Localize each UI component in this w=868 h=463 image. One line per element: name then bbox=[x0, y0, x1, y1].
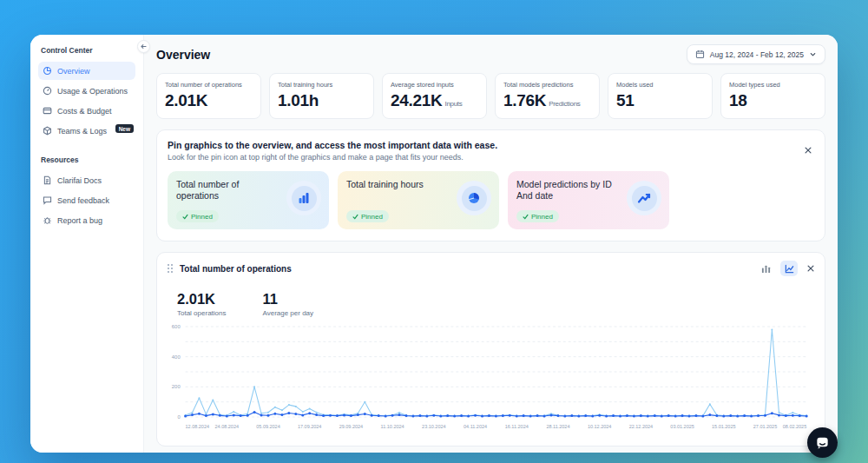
trend-line-icon bbox=[627, 181, 661, 215]
svg-text:10.12.2024: 10.12.2024 bbox=[588, 424, 611, 429]
pinned-status-badge: Pinned bbox=[346, 210, 389, 222]
operations-line-chart[interactable]: 020040060012.08.202424.08.202405.09.2024… bbox=[167, 322, 815, 437]
control-center-window: Control Center Overview Usage & Operatio… bbox=[30, 35, 838, 453]
check-icon bbox=[523, 214, 529, 220]
arrow-left-icon bbox=[140, 43, 148, 50]
stat-value: 1.01h bbox=[278, 91, 365, 110]
pinned-cards-row: Total number of operations Pinned Total … bbox=[168, 171, 814, 229]
stat-value: 24.21KInputs bbox=[391, 91, 478, 110]
bug-icon bbox=[43, 215, 52, 225]
pinned-card-training-hours[interactable]: Total training hours Pinned bbox=[338, 171, 499, 229]
sidebar-item-label: Clarifai Docs bbox=[57, 176, 102, 185]
pinned-status-badge: Pinned bbox=[516, 210, 559, 222]
svg-text:29.09.2024: 29.09.2024 bbox=[339, 424, 363, 429]
svg-text:03.01.2025: 03.01.2025 bbox=[670, 424, 694, 429]
calendar-icon bbox=[695, 50, 705, 59]
page-title: Overview bbox=[156, 48, 210, 62]
stat-card-operations: Total number of operations 2.01K bbox=[156, 73, 261, 119]
chart-close-button[interactable] bbox=[806, 261, 815, 276]
pinned-card-total-operations[interactable]: Total number of operations Pinned bbox=[168, 171, 329, 229]
metric-total-operations: 2.01K Total operations bbox=[177, 291, 226, 317]
bar-chart-icon bbox=[761, 264, 771, 274]
sidebar-item-usage-operations[interactable]: Usage & Operations bbox=[38, 82, 135, 100]
sidebar-collapse-button[interactable] bbox=[137, 40, 150, 53]
pie-chart-icon bbox=[43, 66, 52, 76]
pinned-card-model-predictions[interactable]: Model predictions by ID And date Pinned bbox=[508, 171, 669, 229]
gauge-icon bbox=[43, 86, 52, 96]
check-icon bbox=[182, 214, 188, 220]
sidebar-item-label: Teams & Logs bbox=[57, 127, 107, 136]
stat-label: Total models predictions bbox=[503, 81, 591, 89]
svg-text:23.10.2024: 23.10.2024 bbox=[422, 424, 445, 429]
svg-text:12.08.2024: 12.08.2024 bbox=[186, 424, 209, 429]
svg-text:24.08.2024: 24.08.2024 bbox=[215, 424, 239, 429]
stat-value: 1.76KPredictions bbox=[503, 91, 591, 110]
close-icon bbox=[806, 264, 815, 273]
svg-text:11.10.2024: 11.10.2024 bbox=[381, 424, 404, 429]
sidebar-item-report-bug[interactable]: Report a bug bbox=[38, 211, 135, 229]
check-icon bbox=[352, 214, 358, 220]
sidebar-item-teams-logs[interactable]: Teams & Logs New bbox=[38, 122, 135, 140]
stat-value: 18 bbox=[729, 91, 817, 110]
sidebar-item-label: Usage & Operations bbox=[57, 87, 128, 96]
cube-icon bbox=[43, 126, 52, 136]
pinned-card-title: Total number of operations bbox=[176, 179, 279, 202]
bar-chart-toggle[interactable] bbox=[757, 261, 774, 276]
sidebar-item-label: Send feedback bbox=[57, 196, 109, 205]
stat-card-model-predictions: Total models predictions 1.76KPrediction… bbox=[495, 73, 600, 119]
bar-chart-icon bbox=[286, 181, 321, 215]
banner-subtitle: Look for the pin icon at top right of th… bbox=[168, 153, 814, 162]
svg-text:27.01.2025: 27.01.2025 bbox=[753, 424, 777, 429]
stat-label: Models used bbox=[616, 81, 704, 89]
close-icon bbox=[804, 146, 812, 155]
svg-text:08.02.2025: 08.02.2025 bbox=[783, 424, 806, 429]
credit-card-icon bbox=[43, 106, 52, 116]
stat-card-stored-inputs: Average stored inputs 24.21KInputs bbox=[382, 73, 487, 119]
svg-text:04.11.2024: 04.11.2024 bbox=[464, 424, 487, 429]
sidebar-item-label: Overview bbox=[57, 67, 90, 76]
chat-icon bbox=[815, 435, 830, 450]
pie-chart-icon bbox=[457, 181, 491, 215]
sidebar-item-overview[interactable]: Overview bbox=[38, 62, 135, 80]
svg-text:0: 0 bbox=[177, 414, 181, 420]
svg-text:16.11.2024: 16.11.2024 bbox=[505, 424, 529, 429]
pinned-status-badge: Pinned bbox=[176, 210, 219, 222]
sidebar: Control Center Overview Usage & Operatio… bbox=[30, 35, 144, 453]
document-icon bbox=[43, 175, 52, 185]
stat-value: 51 bbox=[616, 91, 704, 110]
svg-text:28.11.2024: 28.11.2024 bbox=[546, 424, 569, 429]
main-content: Overview Aug 12, 2024 - Feb 12, 2025 Tot… bbox=[144, 35, 838, 453]
stat-card-model-types: Model types used 18 bbox=[720, 73, 825, 119]
operations-chart-card: Total number of operations 2.01K bbox=[156, 252, 825, 446]
svg-text:600: 600 bbox=[172, 324, 181, 329]
pin-graphics-banner: Pin graphics to the overview, and access… bbox=[156, 129, 825, 241]
sidebar-item-label: Report a bug bbox=[57, 216, 102, 225]
chat-bubble-icon bbox=[43, 195, 52, 205]
chat-widget-button[interactable] bbox=[807, 427, 838, 458]
stat-value: 2.01K bbox=[165, 91, 253, 110]
pinned-card-title: Total training hours bbox=[346, 179, 449, 190]
stat-label: Total number of operations bbox=[165, 81, 253, 89]
sidebar-resources-label: Resources bbox=[41, 155, 135, 164]
line-chart-toggle[interactable] bbox=[780, 261, 798, 276]
pinned-card-title: Model predictions by ID And date bbox=[516, 179, 619, 202]
chart-title: Total number of operations bbox=[180, 264, 757, 274]
stat-label: Average stored inputs bbox=[391, 81, 478, 89]
stat-label: Model types used bbox=[729, 81, 817, 89]
date-range-picker[interactable]: Aug 12, 2024 - Feb 12, 2025 bbox=[687, 44, 825, 64]
stat-label: Total training hours bbox=[278, 81, 365, 89]
svg-text:05.09.2024: 05.09.2024 bbox=[256, 424, 279, 429]
stat-card-training-hours: Total training hours 1.01h bbox=[269, 73, 374, 119]
sidebar-section-label: Control Center bbox=[41, 46, 135, 55]
sidebar-item-send-feedback[interactable]: Send feedback bbox=[38, 191, 135, 209]
banner-close-button[interactable] bbox=[804, 142, 812, 158]
line-chart-icon bbox=[785, 264, 794, 274]
new-badge: New bbox=[115, 124, 134, 133]
drag-handle-icon[interactable] bbox=[167, 263, 174, 274]
sidebar-item-label: Costs & Budget bbox=[57, 107, 112, 116]
stats-row: Total number of operations 2.01K Total t… bbox=[156, 73, 825, 119]
banner-title: Pin graphics to the overview, and access… bbox=[168, 140, 814, 150]
sidebar-item-clarifai-docs[interactable]: Clarifai Docs bbox=[38, 171, 135, 189]
sidebar-item-costs-budget[interactable]: Costs & Budget bbox=[38, 102, 135, 120]
metric-average-per-day: 11 Average per day bbox=[262, 291, 313, 317]
